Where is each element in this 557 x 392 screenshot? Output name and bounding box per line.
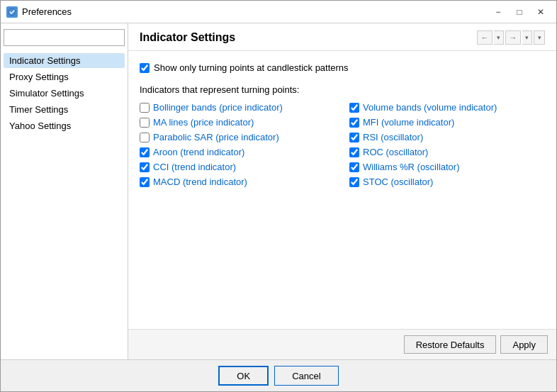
nav-forward-dropdown[interactable]: ▾: [522, 30, 532, 45]
indicator-williams: Williams %R (oscillator): [349, 162, 545, 172]
main-body: Show only turning points at candlestick …: [128, 51, 556, 329]
indicator-rsi: RSI (oscillator): [349, 132, 545, 142]
indicator-macd: MACD (trend indicator): [140, 177, 335, 187]
ma-lines-label[interactable]: MA lines (price indicator): [153, 117, 254, 128]
titlebar: Preferences − □ ✕: [1, 1, 556, 23]
bottom-bar: Restore Defaults Apply: [128, 329, 556, 359]
restore-defaults-button[interactable]: Restore Defaults: [404, 335, 497, 354]
indicator-parabolic-sar: Parabolic SAR (price indicator): [140, 132, 335, 142]
macd-checkbox[interactable]: [140, 177, 150, 187]
indicator-aroon: Aroon (trend indicator): [140, 147, 335, 157]
cci-checkbox[interactable]: [140, 162, 150, 172]
parabolic-sar-label[interactable]: Parabolic SAR (price indicator): [153, 132, 279, 142]
sidebar-item-yahoo-settings[interactable]: Yahoo Settings: [4, 118, 125, 133]
indicator-roc: ROC (oscillator): [349, 147, 545, 157]
bollinger-label[interactable]: Bollinger bands (price indicator): [153, 102, 283, 113]
sidebar-item-simulator-settings[interactable]: Simulator Settings: [4, 86, 125, 101]
show-turning-points-checkbox[interactable]: [140, 63, 150, 73]
indicator-volume-bands: Volume bands (volume indicator): [349, 102, 545, 113]
roc-checkbox[interactable]: [349, 147, 359, 157]
footer: OK Cancel: [1, 359, 556, 391]
williams-checkbox[interactable]: [349, 162, 359, 172]
sidebar-item-indicator-settings[interactable]: Indicator Settings: [4, 53, 125, 68]
williams-label[interactable]: Williams %R (oscillator): [363, 162, 460, 172]
parabolic-sar-checkbox[interactable]: [140, 133, 150, 142]
indicators-grid: Bollinger bands (price indicator) Volume…: [140, 102, 545, 187]
ma-lines-checkbox[interactable]: [140, 118, 150, 128]
stoc-label[interactable]: STOC (oscillator): [363, 177, 433, 187]
main-panel: Indicator Settings ← ▾ → ▾ ▾ Show only t…: [128, 23, 556, 359]
rsi-checkbox[interactable]: [349, 133, 359, 142]
nav-forward-button[interactable]: →: [505, 30, 521, 45]
volume-bands-label[interactable]: Volume bands (volume indicator): [363, 102, 497, 113]
mfi-checkbox[interactable]: [349, 118, 359, 128]
ok-button[interactable]: OK: [218, 366, 269, 386]
cci-label[interactable]: CCI (trend indicator): [153, 162, 236, 172]
nav-back-button[interactable]: ←: [477, 30, 493, 45]
roc-label[interactable]: ROC (oscillator): [363, 147, 428, 157]
main-header: Indicator Settings ← ▾ → ▾ ▾: [128, 23, 556, 51]
minimize-button[interactable]: −: [488, 5, 508, 19]
preferences-window: Preferences − □ ✕ Indicator Settings Pro…: [0, 0, 557, 392]
nav-back-dropdown[interactable]: ▾: [494, 30, 504, 45]
close-button[interactable]: ✕: [531, 5, 551, 19]
show-turning-points-row: Show only turning points at candlestick …: [140, 62, 545, 73]
aroon-label[interactable]: Aroon (trend indicator): [153, 147, 244, 157]
sidebar-search-input[interactable]: [4, 29, 125, 46]
maximize-button[interactable]: □: [510, 5, 529, 19]
nav-arrows: ← ▾ → ▾ ▾: [477, 30, 545, 45]
aroon-checkbox[interactable]: [140, 147, 150, 157]
indicator-ma-lines: MA lines (price indicator): [140, 117, 335, 128]
nav-menu-dropdown[interactable]: ▾: [534, 30, 545, 45]
indicator-cci: CCI (trend indicator): [140, 162, 335, 172]
sidebar: Indicator Settings Proxy Settings Simula…: [1, 23, 128, 359]
apply-button[interactable]: Apply: [500, 335, 548, 354]
window-controls: − □ ✕: [488, 5, 551, 19]
cancel-button[interactable]: Cancel: [274, 366, 338, 386]
main-content: Indicator Settings Proxy Settings Simula…: [1, 23, 556, 359]
indicator-stoc: STOC (oscillator): [349, 177, 545, 187]
macd-label[interactable]: MACD (trend indicator): [153, 177, 247, 187]
stoc-checkbox[interactable]: [349, 177, 359, 187]
app-icon: [6, 6, 18, 18]
indicator-mfi: MFI (volume indicator): [349, 117, 545, 128]
bollinger-checkbox[interactable]: [140, 103, 150, 113]
window-title: Preferences: [22, 6, 488, 17]
volume-bands-checkbox[interactable]: [349, 103, 359, 113]
sidebar-item-timer-settings[interactable]: Timer Settings: [4, 102, 125, 117]
rsi-label[interactable]: RSI (oscillator): [363, 132, 423, 142]
mfi-label[interactable]: MFI (volume indicator): [363, 117, 454, 128]
sidebar-item-proxy-settings[interactable]: Proxy Settings: [4, 69, 125, 84]
show-turning-points-label[interactable]: Show only turning points at candlestick …: [154, 62, 349, 73]
indicators-section-label: Indicators that represent turning points…: [140, 84, 545, 95]
main-title: Indicator Settings: [140, 31, 235, 44]
indicator-bollinger: Bollinger bands (price indicator): [140, 102, 335, 113]
